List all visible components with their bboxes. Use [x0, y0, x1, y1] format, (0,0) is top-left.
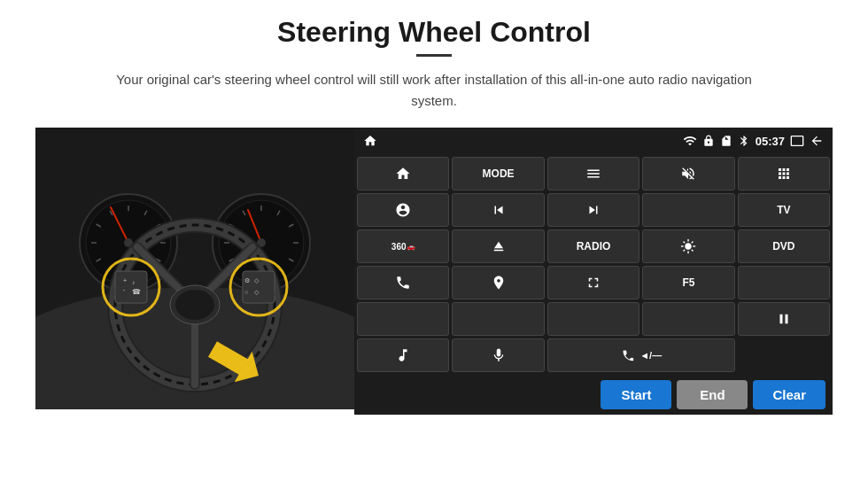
svg-text:+: + [123, 277, 127, 284]
prev-button[interactable] [452, 193, 544, 227]
f2-button[interactable] [357, 302, 449, 336]
360-button[interactable]: 360🚗 [357, 229, 449, 263]
button-grid: MODE [354, 154, 833, 375]
svg-point-38 [175, 290, 214, 320]
svg-text:○: ○ [244, 289, 248, 295]
content-row: + - ♪ ☎ ⚙ ◇ ○ ◇ [35, 128, 833, 415]
status-time: 05:37 [756, 135, 785, 148]
screen-status-icon [790, 134, 804, 148]
svg-rect-40 [115, 271, 147, 303]
eq-button[interactable]: F5 [642, 266, 734, 299]
title-divider [416, 54, 452, 57]
phone-button[interactable] [357, 266, 449, 299]
f1-button[interactable] [738, 266, 830, 299]
next-button[interactable] [547, 193, 639, 227]
svg-rect-46 [243, 271, 275, 303]
page-wrapper: Steering Wheel Control Your original car… [0, 0, 868, 482]
end-button[interactable]: End [677, 380, 748, 409]
mode-button[interactable]: MODE [452, 157, 544, 190]
playpause-button[interactable] [738, 302, 830, 336]
navi-button[interactable] [452, 266, 544, 299]
status-bar: 05:37 [354, 128, 833, 154]
wifi-icon [683, 134, 697, 148]
control-panel: 05:37 MODE [354, 128, 833, 415]
back-icon [810, 134, 824, 148]
brightness-button[interactable] [642, 229, 734, 263]
music-button[interactable] [357, 338, 449, 372]
sd-icon [720, 135, 732, 147]
settings-button[interactable] [357, 193, 449, 227]
screen-fit-button[interactable] [547, 266, 639, 299]
bluetooth-icon [738, 135, 750, 147]
f5-button[interactable] [642, 302, 734, 336]
mic-button[interactable] [452, 338, 544, 372]
radio-button[interactable]: RADIO [547, 229, 639, 263]
media-button[interactable]: TV [738, 193, 830, 227]
menu-button[interactable] [547, 157, 639, 190]
dvd-button[interactable]: DVD [738, 229, 830, 263]
f3-button[interactable] [452, 302, 544, 336]
tv-button[interactable] [642, 193, 734, 227]
hangup-button[interactable]: ◄/— [547, 338, 735, 372]
status-right: 05:37 [683, 134, 824, 148]
steering-wheel-image: + - ♪ ☎ ⚙ ◇ ○ ◇ [35, 128, 354, 409]
action-row: Start End Clear [354, 375, 833, 415]
page-title: Steering Wheel Control [277, 16, 591, 49]
apps-button[interactable] [738, 157, 830, 190]
mute-button[interactable] [642, 157, 734, 190]
f4-button[interactable] [547, 302, 639, 336]
lock-icon [702, 135, 715, 147]
svg-text:☎: ☎ [132, 288, 141, 296]
home-button[interactable] [357, 157, 449, 190]
page-subtitle: Your original car's steering wheel contr… [97, 69, 771, 112]
svg-text:♪: ♪ [132, 279, 136, 285]
svg-text:⚙: ⚙ [244, 277, 250, 284]
home-status-icon [363, 134, 377, 148]
start-button[interactable]: Start [601, 380, 671, 409]
status-left [363, 134, 377, 148]
eject-button[interactable] [452, 229, 544, 263]
empty-cell [738, 338, 830, 372]
clear-button[interactable]: Clear [753, 380, 825, 409]
